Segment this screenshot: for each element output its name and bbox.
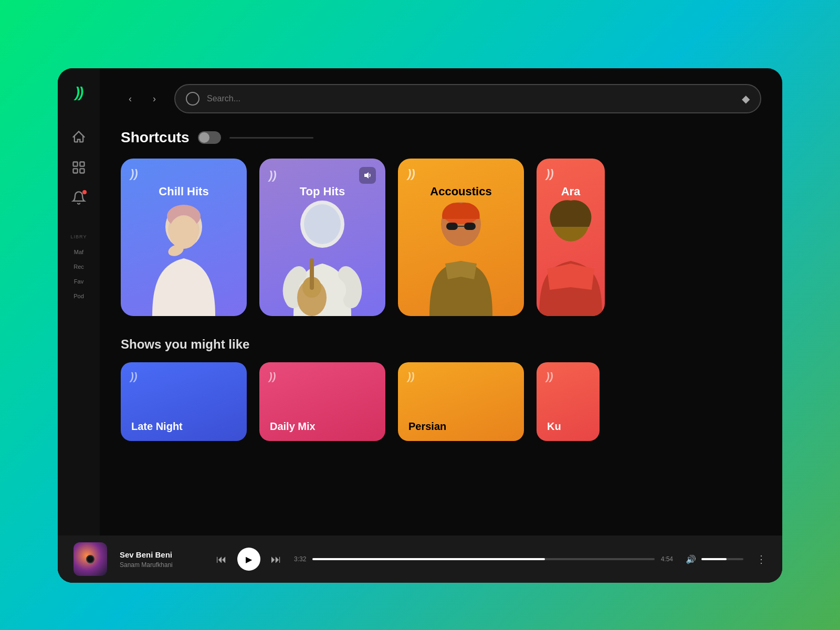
musician-figure (408, 195, 513, 316)
volume-icon[interactable]: 🔊 (686, 554, 696, 564)
player-controls: ⏮ ▶ ⏭ (216, 548, 281, 571)
volume-section: 🔊 (686, 554, 743, 564)
card-late-night[interactable]: )) Late Night (121, 362, 247, 441)
sidebar-item-browse[interactable] (69, 158, 89, 177)
bell-icon (71, 191, 86, 205)
home-icon (71, 130, 86, 144)
svg-rect-18 (464, 223, 476, 230)
card-arabic-partial[interactable]: )) Ara (537, 159, 605, 316)
card-artwork-top-hits (259, 195, 385, 316)
astronaut-figure (270, 195, 375, 316)
library-label: LIBRY (71, 234, 87, 239)
card-top-hits[interactable]: )) Top Hits (259, 159, 385, 316)
svg-rect-3 (80, 169, 84, 173)
grid-icon (71, 160, 86, 175)
player-info: Sev Beni Beni Sanam Marufkhani (120, 550, 204, 569)
current-time: 3:32 (294, 555, 306, 563)
bottom-card-title-late-night: Late Night (131, 421, 183, 433)
progress-track[interactable] (312, 558, 654, 560)
volume-icon (363, 171, 372, 180)
player-bar: Sev Beni Beni Sanam Marufkhani ⏮ ▶ ⏭ 3:3… (58, 536, 782, 583)
more-options-button[interactable]: ⋮ (756, 553, 766, 565)
skip-forward-button[interactable]: ⏭ (271, 553, 281, 565)
sidebar-item-maf[interactable]: Maf (69, 246, 88, 258)
card-daily-mix[interactable]: )) Daily Mix (259, 362, 385, 441)
shows-cards-row: )) Late Night )) Daily Mix )) Persian ))… (121, 362, 761, 441)
card-persian[interactable]: )) Persian (398, 362, 524, 441)
shortcuts-header: Shortcuts (121, 129, 761, 146)
top-bar: ‹ › ◆ (121, 84, 761, 113)
volume-fill (701, 558, 727, 560)
shows-section: Shows you might like )) Late Night )) Da… (121, 337, 761, 441)
sidebar-library: LIBRY Maf Rec Fav Pod (69, 234, 88, 302)
player-artwork (74, 542, 107, 576)
card-top-row: )) (121, 159, 247, 181)
app-window: )) (58, 68, 782, 583)
speaker-icon (359, 167, 376, 184)
card-chill-hits[interactable]: )) Chill Hits (121, 159, 247, 316)
svg-rect-17 (446, 223, 458, 230)
play-pause-button[interactable]: ▶ (237, 548, 260, 571)
bottom-card-icon-4: )) (546, 371, 553, 383)
section-line (229, 137, 313, 139)
svg-rect-14 (310, 258, 314, 290)
sidebar-item-notifications[interactable] (69, 188, 89, 208)
person-figure-chill (131, 195, 236, 316)
sidebar-item-pod[interactable]: Pod (69, 290, 88, 302)
svg-marker-9 (364, 172, 369, 178)
sidebar-item-rec[interactable]: Rec (69, 260, 88, 273)
card-top-row-4: )) (537, 159, 605, 181)
nav-icons (69, 127, 89, 208)
search-input[interactable] (207, 94, 734, 103)
svg-rect-2 (74, 169, 78, 173)
shortcuts-title: Shortcuts (121, 129, 190, 146)
card-top-row-2: )) (259, 159, 385, 184)
vinyl-dot (86, 555, 94, 563)
bottom-card-icon-2: )) (269, 371, 276, 383)
bottom-card-title-daily-mix: Daily Mix (270, 421, 316, 433)
sidebar-item-home[interactable] (69, 127, 89, 147)
sidebar-item-fav[interactable]: Fav (69, 275, 88, 288)
player-progress: 3:32 4:54 (294, 555, 673, 563)
progress-fill (312, 558, 545, 560)
music-note-icon-2: )) (269, 169, 277, 182)
shows-title: Shows you might like (121, 337, 761, 352)
svg-rect-0 (74, 162, 78, 166)
player-artist: Sanam Marufkhani (120, 561, 204, 569)
svg-rect-1 (80, 162, 84, 166)
person-figure-arabic (537, 195, 605, 316)
bottom-card-title-ku: Ku (547, 421, 561, 433)
player-title: Sev Beni Beni (120, 550, 204, 559)
bottom-card-icon-1: )) (130, 371, 137, 383)
shortcuts-cards-row: )) Chill Hits (121, 159, 761, 316)
card-top-row-3: )) (398, 159, 524, 181)
forward-button[interactable]: › (145, 89, 164, 108)
music-note-icon: )) (130, 167, 138, 181)
svg-point-11 (304, 204, 341, 244)
card-artwork-accoustics (398, 195, 524, 316)
svg-point-7 (169, 215, 198, 249)
bottom-card-icon-3: )) (407, 371, 414, 383)
card-artwork-arabic (537, 195, 605, 316)
app-logo: )) (75, 84, 83, 101)
back-button[interactable]: ‹ (121, 89, 140, 108)
search-circle-icon (186, 92, 200, 106)
total-time: 4:54 (661, 555, 673, 563)
card-artwork-chill (121, 195, 247, 316)
sidebar: )) (58, 68, 100, 583)
card-accoustics[interactable]: )) Accoustics (398, 159, 524, 316)
nav-arrows: ‹ › (121, 89, 164, 108)
shortcuts-toggle[interactable] (198, 131, 221, 144)
volume-track[interactable] (701, 558, 743, 560)
skip-back-button[interactable]: ⏮ (216, 553, 227, 565)
main-content: ‹ › ◆ Shortcuts )) Chill Hits (100, 68, 782, 583)
music-note-icon-3: )) (407, 167, 415, 181)
music-note-icon-4: )) (546, 167, 554, 181)
mic-icon[interactable]: ◆ (742, 92, 750, 105)
card-ku-partial[interactable]: )) Ku (537, 362, 600, 441)
bottom-card-title-persian: Persian (408, 421, 446, 433)
search-bar[interactable]: ◆ (174, 84, 761, 113)
